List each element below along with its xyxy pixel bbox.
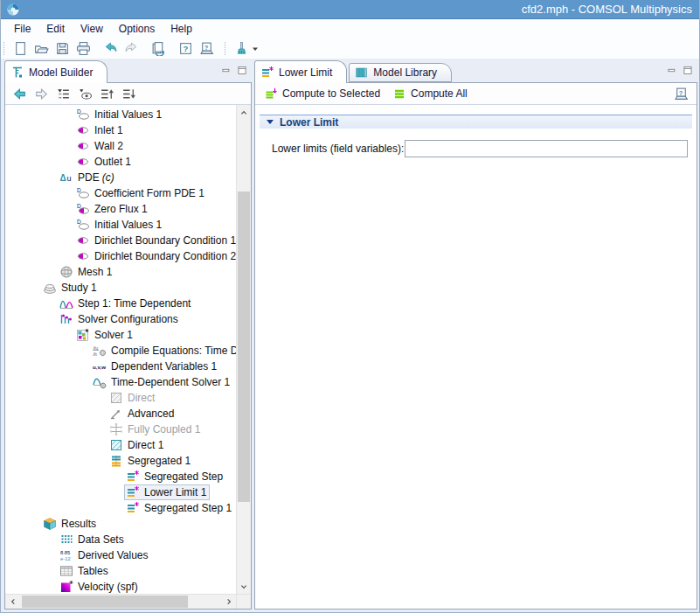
tree-item-tables[interactable]: Tables [5,563,236,579]
move-up-button[interactable] [96,84,118,103]
chevron-right-icon [224,596,234,607]
initial-values-icon: D [76,108,90,122]
settings-panel: Lower LimitModel Library Compute to Sele… [254,60,697,610]
tree-item-lower-limit-1[interactable]: Lower Limit 1 [5,484,236,500]
tree-item-fully-coupled-1[interactable]: Fully Coupled 1 [5,421,236,437]
scroll-down-button[interactable] [237,579,251,594]
toolbar-group [148,39,169,58]
tree-item-outlet-1[interactable]: Outlet 1 [5,154,236,170]
tree-item-segregated-step[interactable]: Segregated Step [5,469,236,484]
collapse-all-icon [56,87,71,101]
tree-item-label: Initial Values 1 [94,219,162,231]
tree-item-pde[interactable]: ΔuPDE(c) [5,170,236,185]
open-button[interactable] [31,39,52,58]
tab-label: Model Builder [29,66,93,79]
tree-item-box: Mesh 1 [58,264,115,280]
help-button[interactable]: ? [670,84,691,103]
help-button[interactable]: ? [175,39,196,58]
move-down-button[interactable] [118,84,140,103]
menu-file[interactable]: File [6,20,38,38]
minimize-icon[interactable] [666,65,678,76]
tree-item-dirichlet-boundary-condition-2[interactable]: Dirichlet Boundary Condition 2 [5,248,236,264]
horizontal-scroll-thumb[interactable] [22,596,188,608]
help-icon: ? [178,41,193,56]
minimize-icon[interactable] [220,65,232,76]
titlebar: cfd2.mph - COMSOL Multiphysics [1,0,699,19]
horizontal-scroll-track[interactable] [20,595,221,609]
tab-model-library[interactable]: Model Library [349,63,452,82]
mesh-icon [59,265,73,279]
tree-item-wall-2[interactable]: Wall 2 [5,138,236,154]
tab-lower-limit[interactable]: Lower Limit [254,60,347,83]
forward-button[interactable] [31,84,52,103]
chevron-left-icon [8,596,18,607]
horizontal-scrollbar[interactable] [5,594,251,609]
tree-item-dirichlet-boundary-condition-1[interactable]: Dirichlet Boundary Condition 1 [5,233,236,248]
show-button[interactable] [74,84,96,103]
tree-item-mesh-1[interactable]: Mesh 1 [5,264,236,280]
back-button[interactable] [9,84,31,103]
tree-item-initial-values-1[interactable]: DInitial Values 1 [5,217,236,233]
menu-view[interactable]: View [73,20,111,38]
compute-to-selected-button[interactable]: Compute to Selected [259,84,387,103]
tree-item-box: Step 1: Time Dependent [58,296,194,311]
redo-icon [124,41,139,56]
tree-item-box: Data Sets [58,532,128,547]
sweep-button[interactable] [231,39,252,58]
results-icon [43,517,57,531]
vertical-scrollbar[interactable] [236,105,251,594]
maximize-icon[interactable] [682,65,694,76]
dropdown-caret[interactable] [252,45,260,53]
tree-item-coefficient-form-pde-1[interactable]: DCoefficient Form PDE 1 [5,185,236,201]
tree-item-zero-flux-1[interactable]: DZero Flux 1 [5,201,236,217]
vertical-scroll-thumb[interactable] [238,192,250,502]
tree-item-segregated-step-1[interactable]: Segregated Step 1 [5,500,236,516]
lower-limits-input[interactable] [405,140,688,157]
tree-item-initial-values-1[interactable]: DInitial Values 1 [5,107,236,122]
tree-item-box: DInitial Values 1 [74,217,165,233]
boundary-icon [76,249,90,263]
data-sets-icon [59,533,73,547]
new-button[interactable] [10,39,31,58]
tree-item-direct[interactable]: Direct [5,390,236,406]
documentation-button[interactable]: ? [196,39,217,58]
tree-item-advanced[interactable]: Advanced [5,406,236,421]
tree-item-segregated-1[interactable]: Segregated 1 [5,453,236,469]
tree-item-label: Results [61,518,96,530]
tree-item-results[interactable]: Results [5,516,236,532]
update-solution-button[interactable] [148,39,169,58]
scroll-right-button[interactable] [221,595,236,609]
help-laptop-icon: ? [674,87,689,101]
menu-help[interactable]: Help [163,20,200,38]
tab-model-builder[interactable]: Model Builder [4,60,107,83]
tree-item-time-dependent-solver-1[interactable]: Time-Dependent Solver 1 [5,374,236,390]
scroll-up-button[interactable] [237,105,251,120]
lower-limit-section-header[interactable]: Lower Limit [260,115,692,129]
tree-item-direct-1[interactable]: Direct 1 [5,437,236,453]
menu-options[interactable]: Options [111,20,163,38]
tree-item-box: Segregated Step [124,469,226,484]
save-button[interactable] [52,39,73,58]
svg-text:u,v,w: u,v,w [93,364,106,370]
redo-button[interactable] [121,39,142,58]
tree-item-dependent-variables-1[interactable]: u,v,wDependent Variables 1 [5,359,236,374]
collapse-all-button[interactable] [52,84,74,103]
segregated-step-icon [126,485,140,499]
compute-all-button[interactable]: Compute All [387,84,475,103]
tree-item-data-sets[interactable]: Data Sets [5,532,236,547]
menu-edit[interactable]: Edit [38,20,73,38]
print-button[interactable] [73,39,94,58]
tree-item-step-1-time-dependent[interactable]: Step 1: Time Dependent [5,296,236,311]
tree-item-box: Dirichlet Boundary Condition 1 [74,233,236,248]
tree-item-inlet-1[interactable]: Inlet 1 [5,122,236,138]
tree-item-compile-equations-time-d[interactable]: ∂u∂tCompile Equations: Time D [5,343,236,359]
tree-item-solver-configurations[interactable]: Solver Configurations [5,311,236,327]
maximize-icon[interactable] [236,65,248,76]
tree-item-solver-1[interactable]: Solver 1 [5,327,236,343]
scroll-left-button[interactable] [5,595,20,609]
undo-button[interactable] [100,39,121,58]
tree-item-derived-values[interactable]: 8.85e-12Derived Values [5,547,236,563]
undo-icon [103,41,118,56]
tree-item-study-1[interactable]: Study 1 [5,280,236,296]
tree-item-velocity-spf[interactable]: Velocity (spf) [5,579,236,594]
